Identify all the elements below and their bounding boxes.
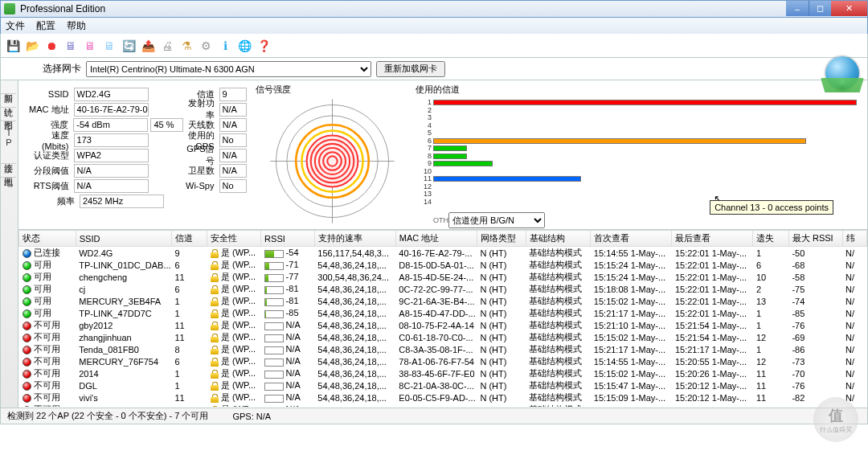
menu-config[interactable]: 配置 [36,19,55,33]
table-row[interactable]: 可用TP-LINK_01DC_DAB...6是 (WP...-7154,48,3… [19,259,867,271]
adapter-controls: 选择网卡 Intel(R) Centrino(R) Ultimate-N 630… [0,58,868,80]
table-row[interactable]: 不可用Tenda_4B85C86是 (WP...N/A54,48,36,24,1… [19,404,867,407]
vtab-0[interactable]: 新闻 [1,80,16,94]
filter-icon[interactable]: ⚗ [178,37,195,55]
reload-adapter-button[interactable]: 重新加载网卡 [376,61,445,77]
adapter-select[interactable]: Intel(R) Centrino(R) Ultimate-N 6300 AGN [86,61,371,77]
radar-panel: 信号强度 [252,80,412,229]
menu-help[interactable]: 帮助 [67,19,86,33]
col-header[interactable]: 遗失 [753,231,788,247]
table-row[interactable]: 不可用zhangjinhuan11是 (WP...N/A54,48,36,24,… [19,331,867,343]
channel-mode-select[interactable]: 信道使用 B/G/N [448,212,545,228]
window-title: Professional Edition [20,3,105,14]
table-row[interactable]: 可用MERCURY_3EB4FA1是 (WP...-8154,48,36,24,… [19,295,867,307]
vtab-3[interactable]: IP 连接 [1,121,16,164]
radar-title: 信号强度 [256,84,408,96]
table-row[interactable]: 不可用MERCURY_76F7546是 (WP...N/A54,48,36,24… [19,355,867,367]
col-header[interactable]: 最大 RSSI [788,231,842,247]
menubar: 文件 配置 帮助 [0,18,868,34]
col-header[interactable]: MAC 地址 [395,231,477,247]
channel-panel: 使用的信道 1234567891011121314 OTH 信道使用 B/G/N… [412,80,867,229]
statusbar: 检测到 22 个AP (22 个安全 - 0 个不安全) - 7 个可用 GPS… [0,408,868,424]
table-row[interactable]: 不可用Tenda_081FB08是 (WP...N/A54,48,36,24,1… [19,343,867,355]
col-header[interactable]: 最后查看 [672,231,753,247]
col-header[interactable]: 基础结构 [526,231,591,247]
close-button[interactable]: ✕ [831,1,867,16]
table-row[interactable]: 可用TP-LINK_47DD7C1是 (WP...-8554,48,36,24,… [19,307,867,319]
channel-chart: 1234567891011121314 [433,99,857,209]
help-icon[interactable]: ❓ [255,37,272,55]
pc-icon[interactable]: 🖥 [62,37,80,55]
channel-tooltip: Channel 13 - 0 access points [710,200,833,215]
screens-icon[interactable]: 🖥 [100,37,118,55]
vtab-2[interactable]: 图形 [1,108,16,121]
table-row[interactable]: 不可用DGL1是 (WP...N/A54,48,36,24,18,...8C-2… [19,379,867,391]
col-header[interactable]: RSSI [261,231,315,247]
table-row[interactable]: 不可用20141是 (WP...N/A54,48,36,24,18,...38-… [19,367,867,379]
record-icon[interactable]: ⏺ [43,37,60,55]
info-icon[interactable]: ℹ [216,37,234,55]
col-header[interactable]: 信道 [171,231,207,247]
vtab-1[interactable]: 统计 [1,94,16,108]
ap-table-wrap[interactable]: 状态SSID信道安全性RSSI支持的速率MAC 地址网络类型基础结构首次查看最后… [18,230,867,407]
radar-chart [262,99,403,223]
col-header[interactable]: 安全性 [207,231,261,247]
ap-table: 状态SSID信道安全性RSSI支持的速率MAC 地址网络类型基础结构首次查看最后… [18,230,867,407]
titlebar: Professional Edition – ◻ ✕ [0,0,868,18]
toolbar: 💾📂⏺🖥🖥🖥🔄📤🖨⚗⚙ℹ🌐❓ [0,34,868,58]
col-header[interactable]: 状态 [19,231,76,247]
app-icon [4,3,15,14]
table-row[interactable]: 已连接WD2.4G9是 (WP...-54156,117,54,48,3...4… [19,247,867,260]
table-row[interactable]: 可用cj6是 (WP...-8154,48,36,24,18,...0C-72-… [19,283,867,295]
save-icon[interactable]: 💾 [4,37,22,55]
col-header[interactable]: 网络类型 [477,231,526,247]
open-icon[interactable]: 📂 [23,37,41,55]
print-icon[interactable]: 🖨 [158,37,176,55]
export-icon[interactable]: 📤 [139,37,157,55]
monitors-icon[interactable]: 🖥 [81,37,99,55]
menu-file[interactable]: 文件 [6,19,25,33]
vtab-4[interactable]: 地图 [1,164,16,178]
status-ap-count: 检测到 22 个AP (22 个安全 - 0 个不安全) - 7 个可用 [7,410,208,422]
col-header[interactable]: SSID [76,231,171,247]
col-header[interactable]: 纬 [842,231,866,247]
table-row[interactable]: 可用chengcheng11是 (WP...-77300,54,48,36,24… [19,271,867,283]
vertical-tabs: 新闻统计图形IP 连接地图 [1,80,18,408]
minimize-button[interactable]: – [786,1,809,16]
channel-title: 使用的信道 [416,84,861,96]
table-row[interactable]: 不可用gby201211是 (WP...N/A54,48,36,24,18,..… [19,319,867,331]
oth-label: OTH [433,216,448,224]
update-icon[interactable]: 🌐 [235,37,253,55]
col-header[interactable]: 支持的速率 [314,231,395,247]
refresh-icon[interactable]: 🔄 [120,37,137,55]
col-header[interactable]: 首次查看 [591,231,672,247]
settings-icon[interactable]: ⚙ [197,37,215,55]
adapter-label: 选择网卡 [43,62,81,76]
status-gps: GPS: N/A [232,412,271,421]
table-row[interactable]: 不可用vivi's11是 (WP...N/A54,48,36,24,18,...… [19,391,867,404]
maximize-button[interactable]: ◻ [809,1,831,16]
info-panel: SSIDWD2.4G信道9MAC 地址40-16-7E-A2-79-00发射功率… [18,80,252,229]
